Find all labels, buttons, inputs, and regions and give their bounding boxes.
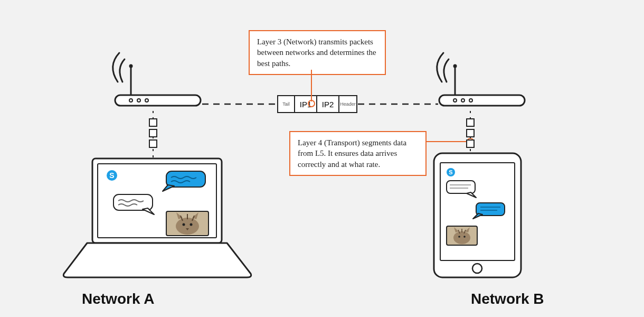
svg-text:S: S — [449, 169, 452, 175]
svg-point-14 — [453, 64, 457, 68]
data-squares-left — [149, 119, 157, 147]
svg-point-31 — [190, 223, 193, 226]
svg-rect-20 — [467, 129, 474, 137]
laptop: S — [63, 158, 251, 277]
svg-rect-11 — [149, 129, 157, 137]
svg-rect-26 — [166, 171, 205, 187]
leader-layer3 — [308, 70, 315, 107]
cat-image — [447, 226, 477, 245]
svg-rect-6 — [115, 95, 201, 106]
skype-icon: S — [447, 168, 455, 176]
data-squares-right — [467, 119, 474, 147]
svg-text:S: S — [109, 171, 114, 180]
svg-rect-12 — [149, 140, 157, 147]
svg-rect-19 — [467, 119, 474, 126]
svg-point-29 — [176, 218, 199, 235]
cat-image — [166, 211, 209, 236]
router-right — [437, 53, 525, 106]
svg-rect-39 — [447, 181, 475, 193]
svg-point-46 — [453, 231, 470, 244]
svg-point-5 — [129, 64, 133, 68]
svg-point-47 — [458, 236, 460, 238]
skype-icon: S — [107, 170, 117, 181]
svg-point-30 — [183, 223, 185, 226]
svg-rect-21 — [467, 140, 474, 147]
svg-point-48 — [463, 236, 466, 238]
phone: S — [434, 153, 521, 277]
svg-rect-15 — [439, 95, 525, 106]
router-left — [113, 53, 201, 106]
svg-rect-10 — [149, 119, 157, 126]
diagram-svg: S — [0, 0, 644, 317]
